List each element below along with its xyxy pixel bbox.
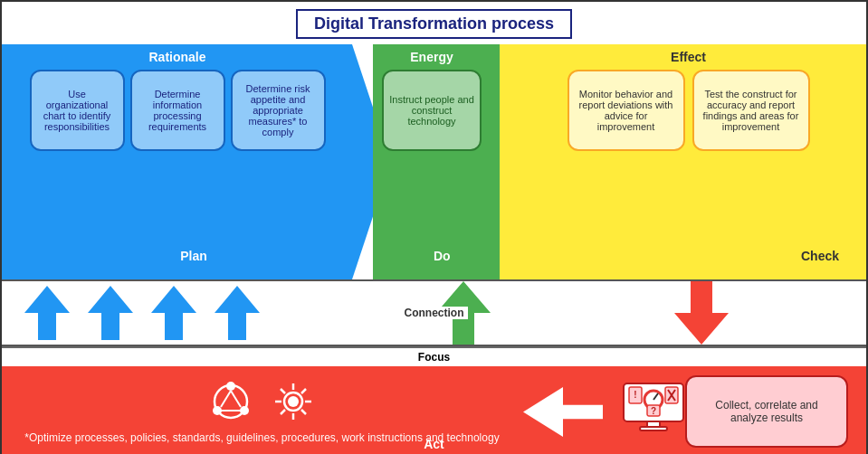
act-section: *Optimize processes, policies, standards…: [2, 366, 866, 454]
act-left: *Optimize processes, policies, standards…: [20, 379, 504, 444]
svg-line-20: [301, 389, 306, 393]
effect-card-monitor: Monitor behavior and report deviations w…: [568, 70, 685, 151]
plan-label: Plan: [180, 249, 207, 263]
rationale-cards: Use organizational chart to identify res…: [9, 70, 346, 151]
card-responsibilities: Use organizational chart to identify res…: [30, 70, 125, 151]
check-label: Check: [801, 249, 839, 263]
svg-marker-3: [215, 286, 260, 340]
blue-arrow-3: [147, 286, 201, 340]
effect-card-test: Test the construct for accuracy and repo…: [692, 70, 810, 151]
blue-arrows: [2, 286, 391, 340]
red-arrow-down: [536, 281, 866, 345]
page-title: Digital Transformation process: [296, 9, 572, 39]
svg-point-8: [213, 406, 222, 415]
title-bar: Digital Transformation process: [2, 2, 866, 44]
svg-line-11: [231, 391, 241, 407]
arrows-row: Connection: [2, 279, 866, 346]
svg-line-19: [301, 410, 306, 414]
act-icons: [208, 379, 315, 424]
effect-label: Effect: [518, 50, 859, 64]
card-risk-appetite: Determine risk appetite and appropriate …: [231, 70, 326, 151]
main-grid: Rationale Use organizational chart to id…: [2, 44, 866, 454]
connection-label: Connection: [401, 307, 468, 319]
focus-label: Focus: [2, 346, 866, 366]
svg-line-18: [281, 389, 285, 393]
svg-text:?: ?: [651, 406, 656, 416]
main-container: Digital Transformation process Rationale…: [0, 0, 868, 454]
svg-marker-1: [88, 286, 133, 340]
svg-point-7: [226, 382, 235, 391]
svg-marker-5: [674, 281, 729, 345]
svg-marker-23: [523, 387, 603, 437]
svg-line-10: [221, 391, 231, 407]
energy-section: Energy Instruct people and construct tec…: [373, 44, 518, 279]
svg-point-9: [240, 406, 249, 415]
rationale-label: Rationale: [9, 50, 346, 64]
svg-text:!: !: [634, 390, 636, 400]
svg-rect-26: [640, 427, 667, 430]
energy-label: Energy: [382, 50, 482, 64]
svg-point-22: [288, 396, 299, 407]
effect-cards: Monitor behavior and report deviations w…: [518, 70, 859, 151]
do-label: Do: [434, 249, 451, 263]
top-section: Rationale Use organizational chart to id…: [2, 44, 866, 279]
effect-section: Effect Monitor behavior and report devia…: [500, 44, 866, 279]
blue-arrow-2: [83, 286, 138, 340]
card-information-processing: Determine information processing require…: [130, 70, 225, 151]
blue-arrow-1: [20, 286, 74, 340]
svg-marker-2: [151, 286, 196, 340]
energy-card: Instruct people and construct technology: [382, 70, 482, 151]
rationale-section: Rationale Use organizational chart to id…: [2, 44, 391, 279]
act-left-arrow: [522, 387, 604, 437]
act-label: Act: [424, 437, 444, 451]
collect-card: Collect, correlate and analyze results: [685, 375, 848, 448]
svg-line-21: [281, 410, 285, 414]
blue-arrow-4: [210, 286, 264, 340]
svg-marker-0: [24, 286, 70, 340]
act-right: ! ? Collect, correlate and analyze resul…: [622, 375, 848, 448]
